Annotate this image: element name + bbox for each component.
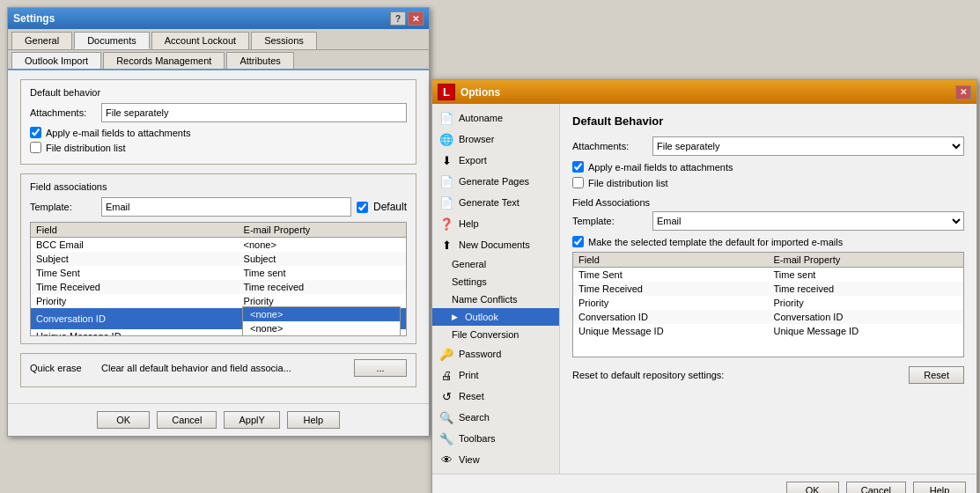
opt-reset-row: Reset to default repository settings: Re…	[572, 366, 964, 384]
sidebar-item-toolbars[interactable]: 🔧 Toolbars	[432, 428, 559, 449]
opt-make-default-label: Make the selected template the default f…	[588, 237, 843, 247]
sidebar-item-file-conversion[interactable]: File Conversion	[432, 326, 559, 343]
options-footer: OK Cancel Help	[432, 474, 976, 493]
help-button[interactable]: Help	[287, 411, 340, 429]
sidebar-label-nd-settings: Settings	[452, 276, 487, 287]
default-behavior-title: Default behavior	[30, 87, 407, 98]
sidebar-item-export[interactable]: ⬇ Export	[432, 150, 559, 171]
file-dist-checkbox[interactable]	[30, 142, 41, 153]
tab-attributes[interactable]: Attributes	[226, 52, 293, 69]
tab-outlook-import[interactable]: Outlook Import	[11, 52, 101, 69]
tab-account-lockout[interactable]: Account Lockout	[151, 32, 249, 49]
password-icon: 🔑	[439, 347, 453, 361]
sidebar-item-generate-pages[interactable]: 📄 Generate Pages	[432, 171, 559, 192]
sidebar-item-search[interactable]: 🔍 Search	[432, 407, 559, 428]
dropdown-menu[interactable]: <none> <none> Sender Sender e-mail Recip…	[242, 306, 401, 336]
settings-window: Settings ? ✕ General Documents Account L…	[7, 7, 430, 437]
options-sidebar: 📄 Autoname 🌐 Browser ⬇ Export 📄 Generate…	[432, 104, 560, 474]
cancel-button[interactable]: Cancel	[157, 411, 217, 429]
sidebar-item-nd-settings[interactable]: Settings	[432, 273, 559, 291]
gen-pages-icon: 📄	[439, 174, 453, 188]
sidebar-item-name-conflicts[interactable]: Name Conflicts	[432, 291, 559, 308]
quick-erase-label: Quick erase	[30, 363, 96, 373]
opt-template-select[interactable]: Email	[652, 211, 964, 231]
fa-template-label: Template:	[30, 202, 96, 212]
tab-general[interactable]: General	[11, 32, 72, 49]
opt-table-row[interactable]: Priority Priority	[573, 296, 963, 310]
opt-file-dist-checkbox[interactable]	[572, 177, 584, 188]
dropdown-item[interactable]: <none>	[243, 307, 400, 321]
sidebar-item-new-documents[interactable]: ⬆ New Documents	[432, 234, 559, 255]
options-window: L Options ✕ 📄 Autoname 🌐 Browser ⬇ Expor…	[431, 79, 977, 493]
checkbox-file-dist: File distribution list	[30, 142, 407, 153]
apply-email-label: Apply e-mail fields to attachments	[46, 128, 190, 138]
table-row[interactable]: BCC Email <none>	[31, 238, 406, 253]
apply-email-checkbox[interactable]	[30, 127, 41, 138]
opt-table-row[interactable]: Time Sent Time sent	[573, 268, 963, 283]
opt-attachments-select[interactable]: File separately	[652, 136, 964, 156]
opt-table-row[interactable]: Time Received Time received	[573, 282, 963, 296]
options-main: Default Behavior Attachments: File separ…	[560, 104, 976, 474]
opt-apply-email-checkbox[interactable]	[572, 161, 584, 173]
autoname-icon: 📄	[439, 111, 453, 125]
tab-documents[interactable]: Documents	[74, 32, 150, 49]
fa-table-container: Field E-mail Property BCC Email <none> S…	[30, 222, 407, 336]
reset-icon: ↺	[439, 389, 453, 403]
options-ok-btn[interactable]: OK	[786, 482, 839, 493]
options-body: 📄 Autoname 🌐 Browser ⬇ Export 📄 Generate…	[432, 104, 976, 474]
opt-template-row: Template: Email	[572, 211, 964, 231]
opt-fa-table: Field E-mail Property Time Sent Time sen…	[573, 253, 963, 338]
opt-table-row[interactable]: Unique Message ID Unique Message ID	[573, 324, 963, 338]
search-icon: 🔍	[439, 410, 453, 424]
opt-make-default-row: Make the selected template the default f…	[572, 236, 964, 247]
tab-records-management[interactable]: Records Management	[103, 52, 225, 69]
dropdown-item[interactable]: <none>	[243, 321, 400, 335]
sidebar-label-view: View	[459, 454, 480, 465]
table-row[interactable]: Time Sent Time sent	[31, 266, 406, 280]
table-row[interactable]: Subject Subject	[31, 252, 406, 266]
sidebar-label-toolbars: Toolbars	[459, 433, 496, 444]
export-icon: ⬇	[439, 153, 453, 167]
sidebar-label-password: Password	[459, 349, 501, 359]
sidebar-item-generate-text[interactable]: 📄 Generate Text	[432, 192, 559, 213]
fa-title: Field associations	[30, 181, 407, 192]
sidebar-item-browser[interactable]: 🌐 Browser	[432, 129, 559, 150]
sidebar-item-outlook[interactable]: ▶ Outlook	[432, 308, 559, 326]
sidebar-item-reset[interactable]: ↺ Reset	[432, 386, 559, 407]
tab-sessions[interactable]: Sessions	[251, 32, 317, 49]
sidebar-item-nd-general[interactable]: General	[432, 255, 559, 273]
sidebar-item-view[interactable]: 👁 View	[432, 449, 559, 470]
sidebar-label-generate-text: Generate Text	[459, 197, 519, 208]
opt-make-default-checkbox[interactable]	[572, 236, 584, 247]
options-close-btn[interactable]: ✕	[955, 85, 971, 99]
ok-button[interactable]: OK	[97, 411, 150, 429]
quick-erase-btn[interactable]: ...	[354, 359, 407, 377]
settings-titlebar: Settings ? ✕	[8, 8, 429, 29]
default-checkbox[interactable]	[357, 202, 368, 213]
apply-button[interactable]: ApplY	[224, 411, 279, 429]
attachments-select[interactable]: File separately	[101, 103, 407, 122]
default-behavior-group: Default behavior Attachments: File separ…	[20, 79, 416, 165]
opt-checkbox-file-dist: File distribution list	[572, 177, 964, 188]
opt-file-dist-label: File distribution list	[588, 178, 667, 188]
tabs-row2: Outlook Import Records Management Attrib…	[8, 50, 429, 70]
opt-reset-btn[interactable]: Reset	[909, 366, 964, 384]
sidebar-label-reset: Reset	[459, 391, 484, 401]
opt-table-row[interactable]: Conversation ID Conversation ID	[573, 310, 963, 324]
sidebar-item-autoname[interactable]: 📄 Autoname	[432, 107, 559, 129]
help-icon: ❓	[439, 217, 453, 231]
template-select[interactable]: Email	[101, 197, 351, 217]
arrow-icon: ▶	[452, 313, 458, 321]
table-row[interactable]: Time Received Time received	[31, 280, 406, 294]
sidebar-item-print[interactable]: 🖨 Print	[432, 364, 559, 386]
toolbars-icon: 🔧	[439, 431, 453, 445]
opt-attachments-row: Attachments: File separately	[572, 136, 964, 156]
close-titlebar-btn[interactable]: ✕	[408, 11, 424, 26]
help-titlebar-btn[interactable]: ?	[390, 11, 406, 26]
sidebar-item-password[interactable]: 🔑 Password	[432, 343, 559, 364]
sidebar-label-autoname: Autoname	[459, 113, 503, 123]
options-cancel-btn[interactable]: Cancel	[846, 482, 906, 493]
sidebar-item-help[interactable]: ❓ Help	[432, 213, 559, 234]
new-docs-icon: ⬆	[439, 238, 453, 252]
options-help-btn[interactable]: Help	[913, 482, 966, 493]
